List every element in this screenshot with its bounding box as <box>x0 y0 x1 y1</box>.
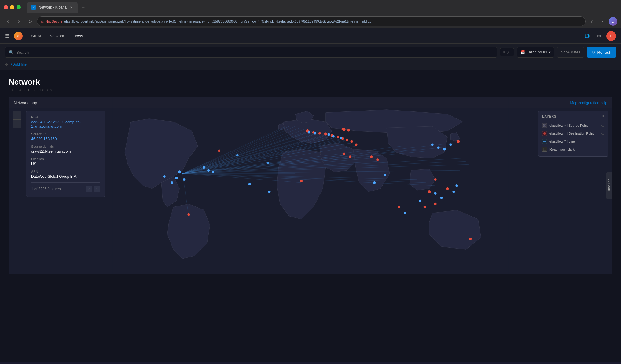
svg-point-89 <box>398 206 400 208</box>
nav-item-siem[interactable]: SIEM <box>28 32 45 40</box>
show-dates-button[interactable]: Show dates <box>557 47 584 58</box>
layer-source-label: elastiflow-* | Source Point <box>549 124 588 127</box>
svg-point-68 <box>171 181 173 184</box>
browser-toolbar-icons: ☆ ⋮ D <box>588 17 617 26</box>
layer-dest-info-icon[interactable]: ⓘ <box>601 131 604 136</box>
timeline-sidebar-tab[interactable]: Timeline <box>606 172 612 199</box>
globe-icon-button[interactable]: 🌐 <box>582 31 592 41</box>
svg-point-79 <box>437 146 440 149</box>
mail-icon-button[interactable]: ✉ <box>594 31 604 41</box>
hamburger-menu[interactable]: ☰ <box>5 33 9 39</box>
window-close-button[interactable] <box>4 5 8 9</box>
popup-feature-count: 1 of 2226 features <box>31 187 61 191</box>
svg-point-91 <box>419 200 421 202</box>
popup-next-button[interactable]: › <box>94 186 100 192</box>
kql-badge[interactable]: KQL <box>500 48 514 56</box>
bookmark-icon[interactable]: ☆ <box>588 17 597 26</box>
map-header: Network map Map configuration help <box>9 97 612 108</box>
popup-source-domain-value: crawl22.bl.semrush.com <box>31 149 100 154</box>
svg-point-74 <box>314 132 316 135</box>
svg-point-80 <box>443 148 446 150</box>
svg-point-87 <box>236 154 239 156</box>
popup-location-field: Location US <box>31 157 100 166</box>
search-bar-row: 🔍 KQL 📅 Last 4 hours ▾ Show dates ↻ Refr… <box>0 44 621 61</box>
popup-source-ip-value[interactable]: 46.229.168.150 <box>31 137 100 141</box>
layers-panel: LAYERS ··· ≡ elastiflow-* | Source Point… <box>538 111 608 157</box>
layer-source-icon <box>542 123 547 128</box>
svg-point-67 <box>183 178 185 181</box>
svg-point-58 <box>376 158 379 161</box>
refresh-button[interactable]: ↻ Refresh <box>587 47 616 58</box>
popup-host-label: Host <box>31 115 100 119</box>
popup-location-value: US <box>31 162 100 166</box>
svg-point-62 <box>469 238 472 240</box>
svg-point-71 <box>207 169 210 172</box>
layer-item-line[interactable]: elastiflow-* | Line <box>542 137 604 145</box>
window-maximize-button[interactable] <box>17 5 21 9</box>
layers-more-icon[interactable]: ··· <box>597 114 601 118</box>
search-icon: 🔍 <box>9 50 14 55</box>
profile-button[interactable]: D <box>609 17 617 26</box>
search-input[interactable] <box>16 50 493 55</box>
new-tab-button[interactable]: + <box>79 3 87 12</box>
search-bar[interactable]: 🔍 <box>5 47 497 58</box>
nav-item-network[interactable]: Network <box>46 32 68 40</box>
svg-point-101 <box>543 132 546 135</box>
address-bar-row: ‹ › ↻ ⚠ Not Secure elastiflow.irobert.in… <box>0 15 621 28</box>
svg-rect-103 <box>543 148 546 151</box>
back-button[interactable]: ‹ <box>4 17 12 26</box>
window-minimize-button[interactable] <box>10 5 14 9</box>
url-text: elastiflow.irobert.info/app/siem#/networ… <box>64 20 582 23</box>
svg-point-98 <box>248 183 251 185</box>
svg-point-81 <box>449 143 452 146</box>
date-filter[interactable]: 📅 Last 4 hours ▾ <box>517 47 554 58</box>
svg-point-86 <box>218 149 220 152</box>
popup-source-ip-field: Source IP 46.229.168.150 <box>31 132 100 141</box>
address-bar[interactable]: ⚠ Not Secure elastiflow.irobert.info/app… <box>37 16 586 26</box>
popup-prev-button[interactable]: ‹ <box>86 186 92 192</box>
layers-list-icon[interactable]: ≡ <box>602 114 604 118</box>
window-controls <box>4 5 21 9</box>
nav-item-flows[interactable]: Flows <box>69 32 86 40</box>
app-nav: SIEM Network Flows <box>28 32 86 40</box>
layer-source-info-icon[interactable]: ⓘ <box>601 123 604 128</box>
svg-point-66 <box>175 177 178 179</box>
layer-map-icon <box>542 147 547 152</box>
svg-point-94 <box>434 203 437 205</box>
svg-point-50 <box>346 139 348 141</box>
svg-point-55 <box>343 152 345 155</box>
svg-point-95 <box>428 190 431 193</box>
tab-close-button[interactable]: ✕ <box>69 5 73 9</box>
svg-point-64 <box>300 180 303 182</box>
svg-point-85 <box>384 174 386 176</box>
reload-button[interactable]: ↻ <box>26 17 34 26</box>
user-avatar[interactable]: D <box>606 31 616 41</box>
extensions-icon[interactable]: ⋮ <box>598 17 607 26</box>
forward-button[interactable]: › <box>15 17 23 26</box>
popup-source-ip-label: Source IP <box>31 132 100 136</box>
layer-item-roadmap[interactable]: Road map - dark <box>542 145 604 153</box>
svg-point-46 <box>324 133 327 136</box>
map-config-help-link[interactable]: Map configuration help <box>570 101 607 105</box>
zoom-in-button[interactable]: + <box>13 111 21 119</box>
zoom-out-button[interactable]: − <box>13 120 21 128</box>
layer-line-icon <box>542 139 547 144</box>
layers-title: LAYERS <box>542 115 557 118</box>
add-filter-button[interactable]: + Add filter <box>10 62 28 67</box>
svg-point-90 <box>404 212 406 214</box>
svg-point-92 <box>424 206 426 208</box>
svg-point-54 <box>347 129 350 132</box>
popup-host-value[interactable]: ec2-54-152-121-205.compute-1.amazonaws.c… <box>31 120 100 129</box>
layer-item-destination[interactable]: elastiflow-* | Destination Point ⓘ <box>542 129 604 137</box>
last-event-text: Last event: 13 seconds ago <box>9 88 612 92</box>
svg-point-48 <box>337 136 339 138</box>
svg-point-84 <box>373 181 376 184</box>
map-container: Network map Map configuration help <box>9 97 612 274</box>
popup-asn-value: DataWeb Global Group B.V. <box>31 174 100 179</box>
svg-point-72 <box>212 171 214 173</box>
active-tab[interactable]: K Network - Kibana ✕ <box>27 2 78 13</box>
app-header-right: 🌐 ✉ D <box>582 31 616 41</box>
svg-point-51 <box>351 140 353 143</box>
svg-point-73 <box>308 131 310 134</box>
layer-item-source[interactable]: elastiflow-* | Source Point ⓘ <box>542 122 604 129</box>
